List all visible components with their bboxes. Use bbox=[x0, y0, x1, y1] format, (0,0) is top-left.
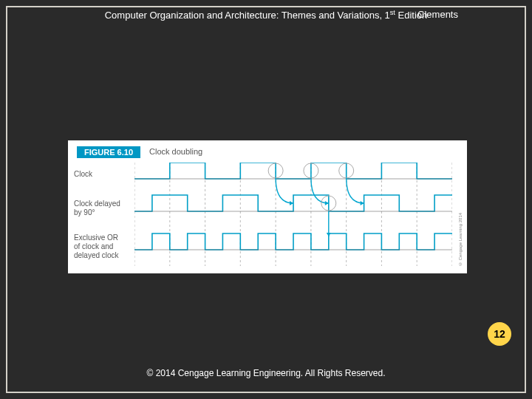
figure-panel: FIGURE 6.10 Clock doubling Clock Clock d… bbox=[68, 140, 467, 273]
footer-copyright: © 2014 Cengage Learning Engineering. All… bbox=[7, 368, 525, 378]
signal-area: Clock Clock delayed by 90° Exclusive OR … bbox=[74, 163, 461, 267]
signal-label-xor: Exclusive OR of clock and delayed clock bbox=[74, 233, 132, 260]
signal-label-delayed: Clock delayed by 90° bbox=[74, 200, 132, 217]
page-number-badge: 12 bbox=[488, 322, 511, 346]
author-name: Clements bbox=[417, 9, 458, 20]
title-pre: Computer Organization and Architecture: … bbox=[105, 10, 390, 21]
figure-badge: FIGURE 6.10 bbox=[77, 146, 140, 158]
signal-label-clock: Clock bbox=[74, 170, 132, 179]
figure-side-copyright: © Cengage Learning 2014 bbox=[458, 163, 466, 266]
timing-diagram bbox=[134, 163, 452, 266]
figure-title: Clock doubling bbox=[149, 147, 202, 156]
title-sup: st bbox=[390, 9, 395, 16]
slide-frame: Computer Organization and Architecture: … bbox=[6, 6, 526, 393]
